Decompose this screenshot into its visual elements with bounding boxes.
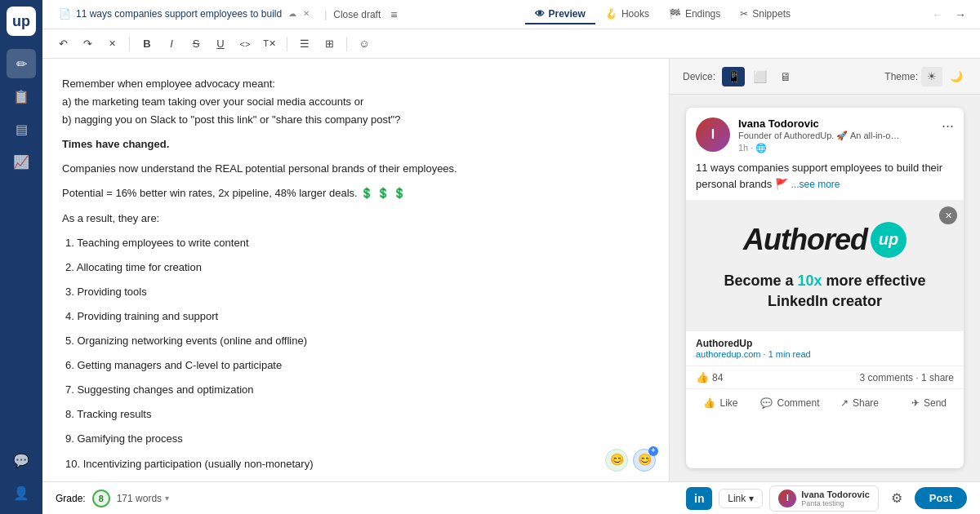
link-button[interactable]: Link ▾ bbox=[719, 489, 763, 508]
toolbar-separator-3 bbox=[346, 37, 347, 51]
like-action-button[interactable]: 👍 Like bbox=[686, 392, 755, 414]
main-area: 📄 11 ways companies support employees to… bbox=[42, 0, 980, 514]
comment-action-button[interactable]: 💬 Comment bbox=[755, 392, 825, 414]
linkedin-badge: in bbox=[686, 487, 712, 510]
sidebar-item-edit[interactable]: ✏ bbox=[7, 49, 36, 78]
italic-button[interactable]: I bbox=[161, 33, 182, 55]
light-theme-button[interactable]: ☀ bbox=[921, 67, 942, 86]
hooks-label: Hooks bbox=[621, 8, 649, 20]
card-more-button[interactable]: ··· bbox=[942, 117, 954, 135]
sidebar-item-user[interactable]: 👤 bbox=[7, 478, 36, 507]
list-item-3: 3. Providing tools bbox=[62, 283, 649, 301]
preview-content: I Ivana Todorovic Founder of AuthoredUp.… bbox=[670, 95, 980, 481]
list-item-8: 8. Tracking results bbox=[62, 405, 649, 423]
author-name: Ivana Todorovic bbox=[738, 117, 933, 130]
grade-badge: 8 bbox=[92, 490, 110, 507]
reactions: 👍 84 bbox=[696, 371, 723, 383]
forward-arrow[interactable]: → bbox=[951, 5, 970, 24]
editor-times-changed: Times have changed. bbox=[62, 135, 649, 153]
card-source: AuthoredUp authoredup.com · 1 min read bbox=[686, 330, 964, 366]
emoji-tool-2[interactable]: 😊 + bbox=[633, 449, 656, 472]
word-count-value: 171 words bbox=[117, 493, 162, 504]
share-icon: ↗ bbox=[840, 397, 849, 409]
user-selector[interactable]: I Ivana Todorovic Panta testing bbox=[769, 485, 879, 512]
emoji-button[interactable]: ☺ bbox=[354, 33, 375, 55]
sidebar-item-print[interactable]: ▤ bbox=[7, 114, 36, 144]
tab-endings[interactable]: 🏁 Endings bbox=[659, 5, 730, 24]
grade-label: Grade: bbox=[56, 493, 86, 504]
more-menu-button[interactable]: ≡ bbox=[390, 8, 397, 21]
authored-text: Authored bbox=[743, 223, 867, 257]
preview-label: Preview bbox=[549, 8, 586, 20]
clear-button[interactable]: ✕ bbox=[101, 33, 122, 55]
close-draft-button[interactable]: Close draft bbox=[333, 9, 381, 20]
sidebar-item-chart[interactable]: 📈 bbox=[7, 147, 36, 176]
list-item-9: 9. Gamifying the process bbox=[62, 430, 649, 448]
bold-button[interactable]: B bbox=[136, 33, 158, 55]
tab-snippets[interactable]: ✂ Snippets bbox=[730, 5, 800, 24]
link-arrow-icon: ▾ bbox=[749, 493, 754, 504]
desktop-device-button[interactable]: 🖥 bbox=[774, 67, 797, 86]
like-reaction-icon: 👍 bbox=[696, 371, 709, 383]
user-sub: Panta testing bbox=[801, 499, 870, 507]
sidebar-item-document[interactable]: 📋 bbox=[7, 82, 36, 111]
close-draft-label: Close draft bbox=[333, 9, 381, 20]
comment-icon: 💬 bbox=[760, 397, 773, 409]
editor-intro: Remember when employee advocacy meant:a)… bbox=[62, 75, 649, 129]
back-arrow[interactable]: ← bbox=[928, 5, 947, 24]
sidebar-item-chat[interactable]: 💬 bbox=[7, 445, 36, 475]
top-bar: 📄 11 ways companies support employees to… bbox=[42, 0, 980, 29]
source-url: authoredup.com · 1 min read bbox=[696, 349, 954, 359]
mobile-device-button[interactable]: 📱 bbox=[722, 67, 745, 86]
snippets-icon: ✂ bbox=[740, 8, 748, 20]
settings-button[interactable]: ⚙ bbox=[885, 487, 908, 510]
device-buttons: 📱 ⬜ 🖥 bbox=[722, 67, 797, 86]
strikethrough-button[interactable]: S bbox=[185, 33, 207, 55]
tab-preview[interactable]: 👁 Preview bbox=[525, 5, 595, 24]
ordered-list-button[interactable]: ⊞ bbox=[318, 33, 340, 55]
share-action-button[interactable]: ↗ Share bbox=[825, 392, 894, 414]
share-label: Share bbox=[853, 397, 879, 409]
undo-button[interactable]: ↶ bbox=[52, 33, 74, 55]
redo-button[interactable]: ↷ bbox=[77, 33, 98, 55]
card-stats: 👍 84 3 comments · 1 share bbox=[686, 366, 964, 388]
author-subtitle: Founder of AuthoredUp. 🚀 An all-in-one L… bbox=[738, 131, 902, 141]
toolbar-separator-2 bbox=[287, 37, 287, 51]
tab-close-icon[interactable]: ✕ bbox=[301, 9, 311, 18]
word-count: 171 words ▾ bbox=[117, 493, 169, 504]
list-item-6: 6. Getting managers and C-level to parti… bbox=[62, 357, 649, 374]
tab-hooks[interactable]: 🪝 Hooks bbox=[595, 5, 659, 24]
active-tab[interactable]: 📄 11 ways companies support employees to… bbox=[52, 5, 318, 24]
snippets-label: Snippets bbox=[752, 8, 791, 20]
dark-theme-button[interactable]: 🌙 bbox=[946, 67, 967, 86]
send-icon: ✈ bbox=[911, 397, 920, 409]
link-label: Link bbox=[728, 493, 746, 504]
cta-text: Become a 10x more effectiveLinkedIn crea… bbox=[724, 271, 925, 312]
tab-title: 11 ways companies support employees to b… bbox=[76, 8, 282, 20]
card-header: I Ivana Todorovic Founder of AuthoredUp.… bbox=[686, 108, 964, 160]
post-label: Post bbox=[929, 492, 952, 504]
hooks-icon: 🪝 bbox=[605, 8, 617, 20]
underline-button[interactable]: U bbox=[210, 33, 231, 55]
card-image-block: ✕ Authored up Become a 10x more effectiv… bbox=[686, 200, 964, 330]
app-logo[interactable]: up bbox=[7, 7, 36, 36]
list-item-4: 4. Providing training and support bbox=[62, 308, 649, 326]
code-button[interactable]: <> bbox=[234, 33, 256, 55]
content-area: Remember when employee advocacy meant:a)… bbox=[42, 59, 980, 481]
linkedin-card: I Ivana Todorovic Founder of AuthoredUp.… bbox=[686, 108, 964, 468]
post-button[interactable]: Post bbox=[915, 487, 967, 509]
editor-pane[interactable]: Remember when employee advocacy meant:a)… bbox=[42, 59, 670, 481]
see-more-button[interactable]: ...see more bbox=[791, 179, 840, 190]
word-count-arrow[interactable]: ▾ bbox=[165, 494, 169, 503]
editor-toolbar: ↶ ↷ ✕ B I S U <> T✕ ☰ ⊞ ☺ bbox=[42, 29, 980, 59]
unordered-list-button[interactable]: ☰ bbox=[294, 33, 315, 55]
image-close-button[interactable]: ✕ bbox=[939, 206, 957, 224]
send-action-button[interactable]: ✈ Send bbox=[894, 392, 964, 414]
tablet-device-button[interactable]: ⬜ bbox=[748, 67, 771, 86]
emoji-tools: 😊 😊 + bbox=[605, 449, 656, 472]
emoji-tool-1[interactable]: 😊 bbox=[605, 449, 628, 472]
endings-icon: 🏁 bbox=[669, 8, 681, 20]
like-label: Like bbox=[719, 397, 737, 409]
device-label: Device: bbox=[683, 71, 715, 82]
clear-format-button[interactable]: T✕ bbox=[259, 33, 280, 55]
